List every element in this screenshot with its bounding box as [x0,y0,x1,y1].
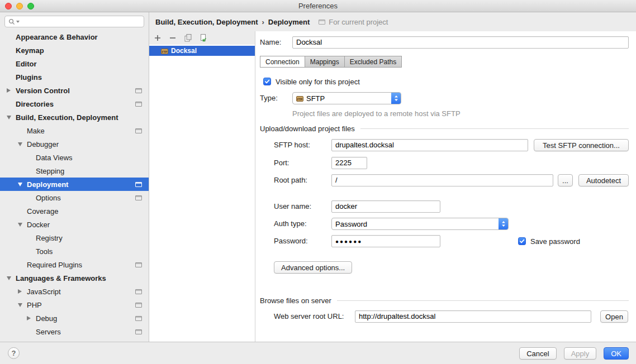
sidebar-item-label: Directories [16,100,54,108]
sidebar-item-javascript[interactable]: JavaScript [0,285,149,298]
root-path-input[interactable]: / [331,174,553,186]
save-password-group: Save password [518,235,580,247]
tab-mappings[interactable]: Mappings [305,56,345,68]
sidebar-item-version-control[interactable]: Version Control [0,84,149,97]
server-name: Docksal [171,47,197,55]
password-input[interactable]: ●●●●●● [331,235,440,247]
sidebar-item-label: PHP [27,301,42,309]
settings-search-input[interactable] [21,18,140,26]
server-toolbar [149,31,255,45]
sidebar-item-stepping[interactable]: Stepping [0,164,149,178]
breadcrumb-separator: › [262,18,264,26]
type-help-row: Project files are deployed to a remote h… [255,109,636,118]
chevron-right-icon [27,316,31,320]
sftp-host-label: SFTP host: [274,139,310,151]
sftp-type-icon: FTP [296,95,303,102]
autodetect-button[interactable]: Autodetect [578,174,629,186]
type-value: SFTP [306,94,325,103]
user-name-label: User name: [274,200,311,213]
port-label: Port: [274,157,289,169]
name-row: Name: Docksal [255,36,636,49]
search-box[interactable] [4,16,144,27]
sidebar-item-label: Plugins [16,73,42,82]
type-select[interactable]: FTP SFTP [292,92,401,104]
ok-button[interactable]: OK [604,347,629,360]
copy-server-icon[interactable] [184,34,192,42]
project-badge-icon [135,88,142,93]
port-input[interactable]: 2225 [331,157,367,169]
browse-root-button[interactable]: ... [558,174,573,186]
sidebar-item-servers[interactable]: Servers [0,325,149,338]
sidebar-item-label: Languages & Frameworks [16,274,106,282]
web-root-input[interactable]: http://drupaltest.docksal [355,310,591,323]
sidebar-item-label: Required Plugins [27,261,82,269]
sidebar-item-keymap[interactable]: Keymap [0,44,149,57]
preferences-window: Preferences Appearance & Behavior Keymap… [0,0,636,364]
sidebar-item-debugger[interactable]: Debugger [0,137,149,151]
chevron-right-icon [7,88,11,93]
help-button[interactable]: ? [8,347,20,359]
sidebar-item-tools[interactable]: Tools [0,245,149,258]
svg-text:FTP: FTP [297,97,303,100]
server-list-item[interactable]: FTP Docksal [149,46,255,56]
open-button[interactable]: Open [600,310,628,323]
sidebar-item-docker[interactable]: Docker [0,218,149,231]
sidebar-item-options[interactable]: Options [0,191,149,204]
tab-excluded-paths[interactable]: Excluded Paths [344,56,402,68]
sidebar-item-registry[interactable]: Registry [0,231,149,245]
auth-type-value: Password [335,220,367,228]
web-root-label: Web server root URL: [274,310,344,323]
add-server-icon[interactable] [154,34,162,42]
sidebar-item-directories[interactable]: Directories [0,97,149,111]
sidebar-item-label: Make [27,127,45,135]
sidebar-item-languages-frameworks[interactable]: Languages & Frameworks [0,271,149,285]
sidebar-item-label: Stepping [36,167,64,175]
test-sftp-connection-button[interactable]: Test SFTP connection... [534,139,629,151]
project-badge-icon [135,262,142,267]
auth-type-select[interactable]: Password [331,218,509,230]
sidebar-item-coverage[interactable]: Coverage [0,204,149,218]
user-name-input[interactable]: docker [331,200,440,213]
project-badge-icon [135,329,142,334]
tab-connection[interactable]: Connection [260,56,305,68]
sidebar-item-deployment[interactable]: Deployment [0,178,149,191]
import-server-icon[interactable] [199,34,207,42]
sftp-server-icon: FTP [161,47,168,55]
minimize-window-button[interactable] [16,3,23,9]
sidebar-item-required-plugins[interactable]: Required Plugins [0,258,149,271]
sidebar-item-make[interactable]: Make [0,124,149,137]
sftp-host-input[interactable]: drupaltest.docksal [331,139,528,151]
sidebar-item-php[interactable]: PHP [0,298,149,312]
sidebar-item-label: Tools [36,247,53,256]
project-badge-icon [135,289,142,294]
server-list-panel: FTP Docksal [149,31,255,342]
deployment-form: Name: Docksal Connection Mappings Exclud… [255,31,636,342]
sidebar-item-debug[interactable]: Debug [0,312,149,325]
sidebar-item-appearance-behavior[interactable]: Appearance & Behavior [0,30,149,44]
traffic-lights [5,0,34,12]
zoom-window-button[interactable] [27,3,34,9]
advanced-options-button[interactable]: Advanced options... [274,261,352,274]
browse-section-header: Browse files on server [260,296,629,305]
visible-only-checkbox[interactable] [263,78,271,85]
breadcrumb-current: Deployment [268,18,310,26]
cancel-button[interactable]: Cancel [519,347,556,360]
sidebar-item-label: Editor [16,60,37,68]
name-input[interactable]: Docksal [292,36,629,49]
sidebar-item-editor[interactable]: Editor [0,57,149,70]
close-window-button[interactable] [5,3,12,9]
sidebar-item-data-views[interactable]: Data Views [0,151,149,164]
sidebar-item-plugins[interactable]: Plugins [0,70,149,84]
sidebar-item-label: Debugger [27,140,59,149]
apply-button[interactable]: Apply [564,347,597,360]
sidebar-item-build-execution-deployment[interactable]: Build, Execution, Deployment [0,111,149,124]
svg-text:FTP: FTP [162,50,168,53]
checkmark-icon [264,79,270,84]
sidebar-item-label: Appearance & Behavior [16,33,98,41]
save-password-checkbox[interactable] [518,237,526,245]
dropdown-arrows-icon [499,218,508,229]
breadcrumb-parent[interactable]: Build, Execution, Deployment [155,18,258,26]
footer-buttons: Cancel Apply OK [519,347,629,360]
remove-server-icon[interactable] [169,34,177,42]
project-badge-icon [135,316,142,321]
